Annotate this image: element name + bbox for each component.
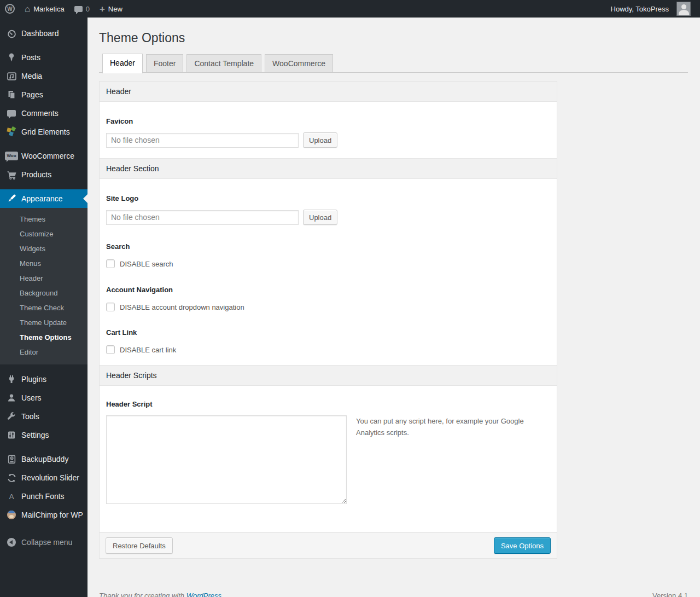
wrench-icon (5, 411, 18, 422)
user-icon (5, 392, 18, 403)
menu-separator (0, 444, 88, 450)
sidebar-item-woocommerce[interactable]: Woo WooCommerce (0, 147, 88, 165)
sidebar-item-mailchimp[interactable]: MailChimp for WP (0, 506, 88, 524)
backup-drive-icon (5, 454, 18, 465)
tab-contact-template[interactable]: Contact Template (186, 54, 261, 72)
submenu-item-customize[interactable]: Customize (0, 227, 88, 241)
submenu-item-menus[interactable]: Menus (0, 256, 88, 271)
sidebar-item-grid-elements[interactable]: Grid Elements (0, 123, 88, 141)
mailchimp-monkey-icon (5, 509, 18, 520)
letter-a-icon: A (5, 491, 18, 502)
favicon-file-input[interactable] (106, 133, 299, 148)
admin-bar: W ⌂ Marketica 0 + New Howdy, TokoPress (0, 0, 700, 18)
account-menu[interactable]: Howdy, TokoPress (606, 0, 696, 18)
disable-cart-link-checkbox[interactable] (106, 345, 115, 354)
tab-header[interactable]: Header (102, 54, 143, 73)
tab-footer[interactable]: Footer (146, 54, 183, 72)
cart-icon (5, 169, 18, 180)
search-label: Search (106, 242, 550, 251)
account-navigation-label: Account Navigation (106, 286, 550, 294)
sidebar-item-users[interactable]: Users (0, 389, 88, 407)
sidebar-item-label: Tools (21, 412, 39, 421)
new-content-button[interactable]: + New (95, 0, 127, 18)
site-name-link[interactable]: ⌂ Marketica (20, 0, 69, 18)
menu-separator (0, 43, 88, 48)
sidebar-item-label: Grid Elements (21, 127, 70, 136)
new-label: New (108, 5, 122, 13)
comments-icon (5, 108, 18, 119)
menu-separator (0, 141, 88, 147)
sidebar-item-comments[interactable]: Comments (0, 104, 88, 123)
section-header-section: Header Section (100, 158, 557, 179)
disable-account-nav-checkbox[interactable] (106, 303, 115, 311)
wordpress-menu-button[interactable]: W (0, 0, 20, 18)
submenu-item-editor[interactable]: Editor (0, 345, 88, 360)
favicon-upload-button[interactable]: Upload (303, 132, 337, 148)
sidebar-item-media[interactable]: Media (0, 67, 88, 85)
sidebar-item-label: Punch Fonts (21, 492, 65, 501)
header-script-note: You can put any script here, for example… (356, 415, 526, 504)
refresh-arrows-icon (5, 472, 18, 483)
disable-search-checkbox-label[interactable]: DISABLE search (120, 260, 173, 268)
submenu-item-header[interactable]: Header (0, 271, 88, 286)
version-label: Version 4.1 (652, 592, 688, 597)
sidebar-item-label: Users (21, 393, 42, 402)
favicon-label: Favicon (106, 117, 550, 125)
site-logo-file-input[interactable] (106, 210, 299, 225)
admin-menu: Dashboard Posts Media Pages Comments (0, 18, 88, 597)
avatar (676, 2, 691, 16)
section-header-scripts: Header Scripts (100, 365, 557, 386)
comment-bubble-icon (74, 6, 83, 12)
disable-cart-link-checkbox-label[interactable]: DISABLE cart link (120, 346, 176, 354)
sidebar-item-punch-fonts[interactable]: A Punch Fonts (0, 487, 88, 506)
dashboard-icon (5, 28, 18, 39)
sidebar-item-tools[interactable]: Tools (0, 407, 88, 426)
wordpress-logo-icon: W (5, 4, 15, 14)
submenu-item-theme-update[interactable]: Theme Update (0, 315, 88, 330)
save-options-button[interactable]: Save Options (494, 537, 551, 554)
site-logo-upload-button[interactable]: Upload (303, 210, 337, 225)
howdy-label: Howdy, TokoPress (611, 5, 669, 13)
woocommerce-icon: Woo (5, 150, 18, 161)
sidebar-item-label: WooCommerce (21, 152, 74, 160)
sidebar-item-dashboard[interactable]: Dashboard (0, 24, 88, 43)
sidebar-item-plugins[interactable]: Plugins (0, 370, 88, 389)
comments-admin-bar-link[interactable]: 0 (69, 0, 95, 18)
sidebar-item-products[interactable]: Products (0, 165, 88, 184)
submenu-item-themes[interactable]: Themes (0, 212, 88, 227)
collapse-arrow-icon (5, 537, 18, 548)
disable-account-nav-checkbox-label[interactable]: DISABLE account dropdown navigation (120, 303, 244, 311)
panel-footer: Restore Defaults Save Options (100, 532, 557, 558)
theme-options-panel: Header Favicon Upload Header Section Sit… (99, 81, 557, 559)
cart-link-field: Cart Link DISABLE cart link (100, 328, 557, 365)
disable-search-checkbox[interactable] (106, 259, 115, 268)
sidebar-item-label: Settings (21, 431, 49, 439)
search-field: Search DISABLE search (100, 242, 557, 268)
sidebar-item-label: Pages (21, 90, 43, 99)
sidebar-item-posts[interactable]: Posts (0, 48, 88, 67)
restore-defaults-button[interactable]: Restore Defaults (106, 537, 173, 554)
sidebar-item-label: BackupBuddy (21, 455, 68, 463)
settings-sliders-icon (5, 430, 18, 440)
sidebar-item-label: Comments (21, 109, 59, 118)
footer-thanks-text: Thank you for creating with WordPress. (99, 592, 224, 597)
wordpress-link[interactable]: WordPress. (186, 592, 224, 597)
sidebar-item-label: MailChimp for WP (21, 511, 83, 519)
sidebar-item-revolution-slider[interactable]: Revolution Slider (0, 468, 88, 487)
submenu-item-theme-check[interactable]: Theme Check (0, 300, 88, 315)
submenu-item-theme-options[interactable]: Theme Options (0, 330, 88, 345)
header-script-label: Header Script (106, 400, 550, 408)
submenu-item-widgets[interactable]: Widgets (0, 241, 88, 256)
account-navigation-field: Account Navigation DISABLE account dropd… (100, 286, 557, 311)
header-script-textarea[interactable] (106, 415, 347, 504)
sidebar-item-settings[interactable]: Settings (0, 426, 88, 444)
tab-woocommerce[interactable]: WooCommerce (265, 54, 333, 72)
sidebar-item-appearance[interactable]: Appearance (0, 189, 88, 208)
comment-count-badge: 0 (86, 5, 90, 13)
collapse-menu-button[interactable]: Collapse menu (0, 533, 88, 552)
sidebar-item-pages[interactable]: Pages (0, 85, 88, 104)
sidebar-item-backupbuddy[interactable]: BackupBuddy (0, 450, 88, 468)
appearance-brush-icon (5, 193, 18, 204)
sidebar-item-label: Posts (21, 53, 40, 62)
submenu-item-background[interactable]: Background (0, 286, 88, 300)
